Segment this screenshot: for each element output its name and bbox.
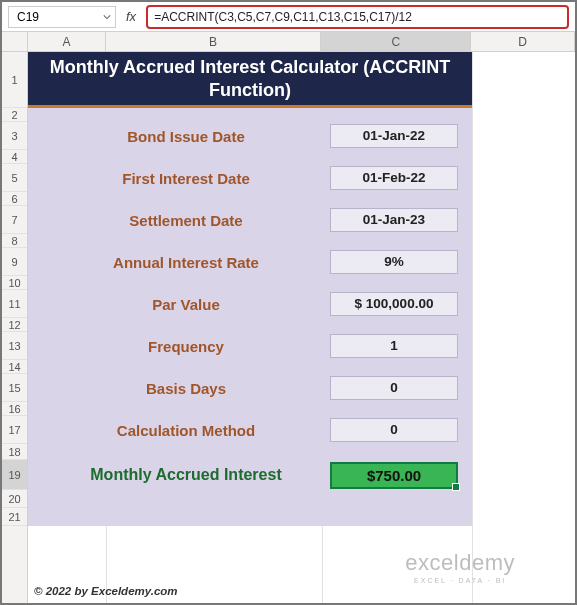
field-label: First Interest Date	[42, 170, 330, 187]
field-value-cell[interactable]: $ 100,000.00	[330, 292, 458, 316]
field-label: Frequency	[42, 338, 330, 355]
row-header[interactable]: 16	[2, 402, 27, 416]
field-value-cell[interactable]: 9%	[330, 250, 458, 274]
calculator-body: Bond Issue Date01-Jan-22First Interest D…	[28, 108, 472, 526]
field-row: Calculation Method0	[28, 416, 472, 444]
row-header[interactable]: 3	[2, 122, 27, 150]
row-headers: 123456789101112131415161718192021	[2, 52, 28, 603]
col-header-c[interactable]: C	[321, 32, 471, 51]
result-label: Monthly Accrued Interest	[42, 466, 330, 484]
cells-area[interactable]: Monthly Accrued Interest Calculator (ACC…	[28, 52, 575, 603]
field-row: Frequency1	[28, 332, 472, 360]
row-header[interactable]: 21	[2, 508, 27, 526]
row-header[interactable]: 11	[2, 290, 27, 318]
name-box[interactable]: C19	[8, 6, 116, 28]
field-value-cell[interactable]: 01-Jan-22	[330, 124, 458, 148]
formula-text: =ACCRINT(C3,C5,C7,C9,C11,C13,C15,C17)/12	[154, 10, 412, 24]
field-label: Basis Days	[42, 380, 330, 397]
col-header-d[interactable]: D	[471, 32, 575, 51]
row-header[interactable]: 9	[2, 248, 27, 276]
field-value-cell[interactable]: 0	[330, 376, 458, 400]
formula-bar: C19 fx =ACCRINT(C3,C5,C7,C9,C11,C13,C15,…	[2, 2, 575, 32]
sheet-title-text: Monthly Accrued Interest Calculator (ACC…	[32, 56, 468, 101]
field-row: First Interest Date01-Feb-22	[28, 164, 472, 192]
grid: 123456789101112131415161718192021 Monthl…	[2, 52, 575, 603]
field-row: Bond Issue Date01-Jan-22	[28, 122, 472, 150]
field-label: Calculation Method	[42, 422, 330, 439]
field-label: Bond Issue Date	[42, 128, 330, 145]
row-header[interactable]: 14	[2, 360, 27, 374]
field-value-cell[interactable]: 1	[330, 334, 458, 358]
field-value-cell[interactable]: 0	[330, 418, 458, 442]
row-header[interactable]: 12	[2, 318, 27, 332]
field-row: Basis Days0	[28, 374, 472, 402]
field-value-cell[interactable]: 01-Feb-22	[330, 166, 458, 190]
row-header[interactable]: 17	[2, 416, 27, 444]
row-header[interactable]: 4	[2, 150, 27, 164]
formula-input[interactable]: =ACCRINT(C3,C5,C7,C9,C11,C13,C15,C17)/12	[146, 5, 569, 29]
field-label: Annual Interest Rate	[42, 254, 330, 271]
row-header[interactable]: 2	[2, 108, 27, 122]
row-header[interactable]: 10	[2, 276, 27, 290]
field-label: Par Value	[42, 296, 330, 313]
row-header[interactable]: 13	[2, 332, 27, 360]
col-header-a[interactable]: A	[28, 32, 106, 51]
chevron-down-icon	[103, 13, 111, 21]
row-header[interactable]: 1	[2, 52, 27, 108]
fx-label[interactable]: fx	[122, 9, 140, 24]
watermark: exceldemy EXCEL · DATA · BI	[405, 550, 515, 585]
row-header[interactable]: 8	[2, 234, 27, 248]
row-header[interactable]: 7	[2, 206, 27, 234]
row-header[interactable]: 19	[2, 460, 27, 490]
row-header[interactable]: 6	[2, 192, 27, 206]
watermark-big: exceldemy	[405, 550, 515, 576]
copyright: © 2022 by Exceldemy.com	[34, 585, 178, 597]
row-header[interactable]: 18	[2, 444, 27, 460]
col-header-b[interactable]: B	[106, 32, 322, 51]
result-row: Monthly Accrued Interest$750.00	[28, 460, 472, 490]
result-cell-selected[interactable]: $750.00	[330, 462, 458, 489]
field-value-cell[interactable]: 01-Jan-23	[330, 208, 458, 232]
row-header[interactable]: 5	[2, 164, 27, 192]
column-headers: A B C D	[2, 32, 575, 52]
field-row: Settlement Date01-Jan-23	[28, 206, 472, 234]
select-all-corner[interactable]	[2, 32, 28, 51]
name-box-value: C19	[17, 10, 39, 24]
row-header[interactable]: 15	[2, 374, 27, 402]
field-label: Settlement Date	[42, 212, 330, 229]
watermark-small: EXCEL · DATA · BI	[405, 577, 515, 585]
row-header[interactable]: 20	[2, 490, 27, 508]
field-row: Par Value$ 100,000.00	[28, 290, 472, 318]
sheet-title: Monthly Accrued Interest Calculator (ACC…	[28, 52, 472, 108]
field-row: Annual Interest Rate9%	[28, 248, 472, 276]
